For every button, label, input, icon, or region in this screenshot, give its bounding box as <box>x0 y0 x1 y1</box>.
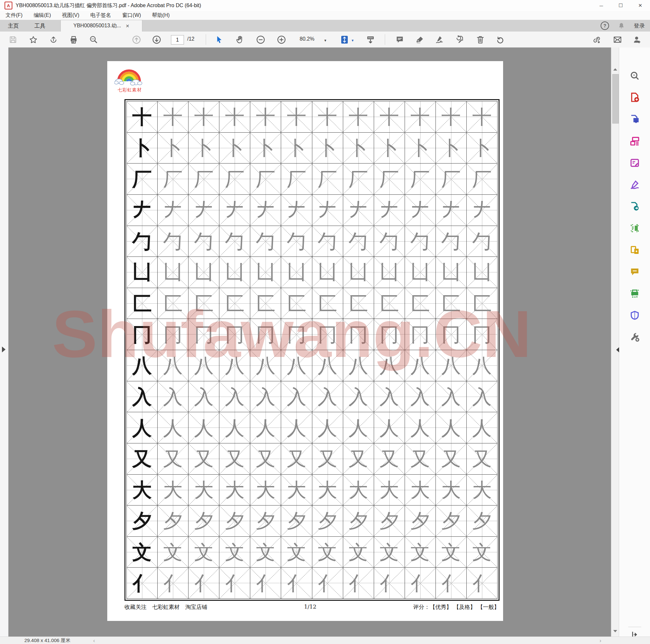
practice-character: 八 <box>441 356 461 375</box>
trace-character-cell: 十 <box>250 101 281 133</box>
practice-character: 厂 <box>194 169 214 189</box>
sidebar-protect-icon[interactable] <box>629 310 640 321</box>
trace-character-cell: 勹 <box>188 226 219 257</box>
zoom-level-value[interactable]: 80.2% <box>300 36 314 42</box>
practice-character: 十 <box>349 107 368 127</box>
practice-character: 入 <box>472 387 492 406</box>
scroll-up-icon[interactable] <box>612 66 618 73</box>
tools-sidebar <box>619 47 650 637</box>
practice-character: 又 <box>287 449 306 468</box>
trace-character-cell: 又 <box>188 443 219 475</box>
undo-icon[interactable] <box>495 34 505 45</box>
close-button[interactable]: ✕ <box>630 0 650 11</box>
trace-character-cell: 夕 <box>343 505 374 537</box>
trace-character-cell: 厂 <box>467 164 498 195</box>
trace-character-cell: 匚 <box>374 288 405 319</box>
trace-character-cell: 夕 <box>467 505 498 537</box>
highlight-icon[interactable] <box>415 34 425 45</box>
trace-character-cell: 八 <box>467 350 498 381</box>
trace-character-cell: 十 <box>405 101 436 133</box>
page-number-input[interactable]: 1 <box>171 35 184 44</box>
status-chevron-right-icon[interactable]: › <box>600 638 601 644</box>
scrollbar-thumb[interactable] <box>612 74 619 123</box>
sidebar-organize-pages-icon[interactable] <box>629 136 640 147</box>
left-panel-toggle-icon[interactable] <box>2 347 5 352</box>
tab-document[interactable]: YBH008050013.幼... ✕ <box>61 20 142 32</box>
print-icon[interactable] <box>68 34 79 45</box>
tab-close-icon[interactable]: ✕ <box>126 24 130 29</box>
practice-character: 又 <box>380 449 399 468</box>
hand-tool-icon[interactable] <box>234 34 245 45</box>
star-icon[interactable] <box>28 34 38 45</box>
practice-character: 亻 <box>349 573 368 593</box>
next-page-icon[interactable] <box>151 34 162 45</box>
sidebar-combine-files-icon[interactable] <box>629 245 640 255</box>
sign-icon[interactable] <box>434 34 444 45</box>
practice-character: 入 <box>132 387 152 406</box>
export-pdf-tool-icon[interactable] <box>454 34 465 45</box>
practice-character: 八 <box>132 356 152 375</box>
practice-character: 卜 <box>194 138 214 158</box>
select-tool-icon[interactable] <box>215 34 225 45</box>
menu-file[interactable]: 文件(F) <box>0 12 28 19</box>
save-icon[interactable] <box>8 34 18 45</box>
login-button[interactable]: 登录 <box>634 22 645 30</box>
menu-help[interactable]: 帮助(H) <box>147 12 175 19</box>
sidebar-search-icon[interactable] <box>629 70 640 81</box>
tab-home[interactable]: 主页 <box>0 20 27 32</box>
trace-character-cell: 冂 <box>312 319 343 350</box>
practice-character: 八 <box>256 356 275 375</box>
menu-esign[interactable]: 电子签名 <box>85 12 117 19</box>
trace-character-cell: 凵 <box>343 257 374 288</box>
share-link-icon[interactable] <box>591 34 602 45</box>
sidebar-collapse-icon[interactable] <box>616 347 619 352</box>
menu-edit[interactable]: 编辑(E) <box>28 12 56 19</box>
status-chevron-left-icon[interactable]: ‹ <box>93 638 95 644</box>
trace-character-cell: 文 <box>188 537 219 568</box>
minimize-button[interactable]: ─ <box>591 0 611 11</box>
email-icon[interactable] <box>612 34 623 45</box>
vertical-scrollbar[interactable] <box>611 47 619 637</box>
help-icon[interactable]: ? <box>601 22 609 30</box>
practice-character: 冂 <box>349 325 368 344</box>
zoom-out-icon[interactable] <box>255 34 266 45</box>
trace-character-cell: 卜 <box>158 133 188 164</box>
search-tool-icon[interactable] <box>88 34 99 45</box>
scroll-down-icon[interactable] <box>612 628 618 635</box>
trace-character-cell: 又 <box>405 443 436 475</box>
maximize-button[interactable]: ☐ <box>611 0 630 11</box>
sidebar-create-pdf-icon[interactable] <box>629 92 640 103</box>
sidebar-more-tools-icon[interactable] <box>629 332 640 343</box>
model-character-cell: 厂 <box>127 164 158 195</box>
notifications-bell-icon[interactable] <box>617 22 625 30</box>
sidebar-print-production-icon[interactable] <box>629 288 640 299</box>
zoom-dropdown-caret[interactable]: ▼ <box>324 39 327 42</box>
practice-character: 大 <box>163 480 183 500</box>
read-mode-icon[interactable] <box>365 34 376 45</box>
trace-character-cell: 又 <box>312 443 343 475</box>
zoom-in-icon[interactable] <box>276 34 287 45</box>
share-upload-icon[interactable] <box>48 34 59 45</box>
sidebar-comment-icon[interactable] <box>629 266 640 277</box>
fit-width-icon[interactable] <box>339 34 350 45</box>
trace-character-cell: 卜 <box>405 133 436 164</box>
menu-view[interactable]: 视图(V) <box>57 12 85 19</box>
sidebar-fill-sign-icon[interactable] <box>629 179 640 190</box>
trace-character-cell: 八 <box>312 350 343 381</box>
menu-window[interactable]: 窗口(W) <box>117 12 147 19</box>
sidebar-edit-pdf-icon[interactable] <box>629 157 640 168</box>
trace-character-cell: 亻 <box>467 568 498 599</box>
sidebar-export-pdf-icon[interactable] <box>629 114 640 125</box>
practice-character: 又 <box>132 449 152 468</box>
delete-pages-icon[interactable] <box>475 34 485 45</box>
trace-character-cell: 冂 <box>467 319 498 350</box>
previous-page-icon[interactable] <box>131 34 142 45</box>
model-character-cell: 又 <box>127 443 158 475</box>
comment-icon[interactable] <box>395 34 405 45</box>
sidebar-send-review-icon[interactable] <box>629 201 640 212</box>
fit-dropdown-caret[interactable]: ▼ <box>351 39 354 42</box>
add-contact-icon[interactable] <box>632 34 642 45</box>
tab-tools[interactable]: 工具 <box>27 20 53 32</box>
sidebar-scan-ocr-icon[interactable] <box>629 223 640 234</box>
practice-character: 匚 <box>349 293 368 313</box>
